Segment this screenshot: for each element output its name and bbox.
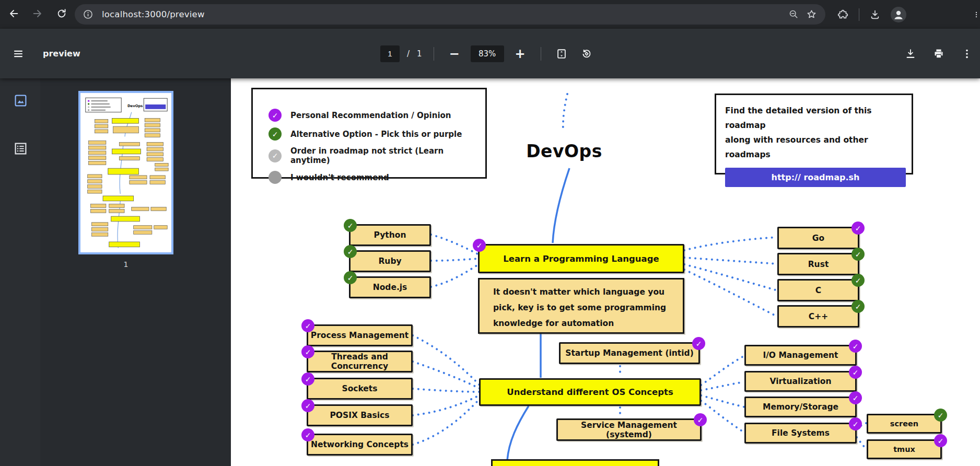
toolbar-divider	[541, 47, 541, 61]
roadmap-sh-link[interactable]: http:// roadmap.sh	[725, 168, 906, 187]
node-tmux[interactable]: tmux	[867, 439, 942, 459]
node-go[interactable]: Go	[777, 227, 859, 249]
check-badge	[851, 248, 865, 261]
forward-button[interactable]	[27, 4, 48, 25]
check-badge	[301, 345, 314, 358]
node-label: Process Management	[311, 331, 409, 340]
node-c[interactable]: C	[777, 279, 859, 301]
legend-item: Order in roadmap not strict (Learn anyti…	[269, 146, 485, 165]
roadmap-info-box: Find the detailed version of this roadma…	[715, 94, 913, 174]
node-label: Service Management (systemd)	[558, 421, 700, 439]
node-partial-bottom[interactable]	[491, 459, 659, 466]
node-learn-programming-language[interactable]: Learn a Programming Language	[478, 244, 684, 273]
node-label: Startup Management (intid)	[565, 348, 693, 358]
zoom-in-button[interactable]: +	[511, 45, 529, 63]
check-badge	[269, 127, 282, 141]
downloads-icon[interactable]	[867, 6, 883, 23]
node-memory-storage[interactable]: Memory/Storage	[744, 397, 857, 417]
node-ruby[interactable]: Ruby	[349, 250, 431, 272]
profile-avatar[interactable]	[891, 7, 906, 22]
bookmark-star-icon[interactable]	[802, 6, 820, 24]
zoom-out-button[interactable]: −	[446, 45, 463, 63]
check-badge	[849, 391, 862, 404]
check-badge	[849, 366, 862, 379]
back-icon	[8, 8, 19, 21]
node-label: Memory/Storage	[763, 402, 838, 412]
pdf-toolbar: preview / 1 − 83% +	[0, 29, 980, 78]
address-bar[interactable]: localhost:3000/preview	[75, 4, 825, 25]
document-outline-icon[interactable]	[11, 139, 29, 157]
reload-icon	[56, 8, 67, 21]
node-file-systems[interactable]: File Systems	[744, 423, 857, 444]
thumbnail-page-number: 1	[78, 260, 173, 269]
viewer-menu-icon[interactable]	[9, 45, 27, 63]
thumbnails-view-icon[interactable]	[11, 91, 29, 109]
node-label: tmux	[893, 445, 915, 453]
node-label: Python	[374, 230, 406, 240]
node-cpp[interactable]: C++	[777, 305, 859, 328]
url-text[interactable]: localhost:3000/preview	[102, 9, 785, 19]
document-title: preview	[43, 49, 80, 59]
zoom-out-page-icon[interactable]	[785, 6, 802, 24]
note-line: knowledge for automation	[493, 316, 683, 331]
check-badge	[692, 337, 705, 350]
note-line: pick, key is to get some programming	[493, 300, 683, 316]
check-badge	[851, 300, 865, 313]
node-rust[interactable]: Rust	[777, 253, 859, 275]
svg-text:DevOps: DevOps	[127, 104, 143, 108]
toolbar-divider	[434, 47, 434, 61]
node-label: screen	[890, 420, 918, 428]
pdf-page-area: Personal Recommendation / Opinion Altern…	[231, 78, 980, 466]
node-label: Go	[812, 234, 824, 243]
node-python[interactable]: Python	[349, 224, 431, 246]
sidebar-icon-strip	[0, 78, 40, 466]
legend-item: I wouldn't recommend	[269, 171, 485, 184]
extensions-icon[interactable]	[835, 6, 851, 23]
viewer-more-options-icon[interactable]	[958, 45, 976, 63]
page-count: 1	[417, 49, 422, 59]
check-badge	[851, 274, 865, 287]
check-badge	[344, 271, 357, 284]
rotate-icon[interactable]	[578, 45, 596, 63]
page-number-input[interactable]	[380, 45, 400, 62]
node-process-management[interactable]: Process Management	[307, 324, 413, 346]
legend-item: Personal Recommendation / Opinion	[269, 109, 485, 122]
node-label: Ruby	[378, 257, 401, 266]
toolbar-divider	[859, 8, 859, 21]
fit-to-page-icon[interactable]	[553, 45, 570, 63]
forward-icon	[32, 8, 43, 21]
node-label: POSIX Basics	[330, 411, 389, 420]
node-screen[interactable]: screen	[867, 414, 942, 434]
print-icon[interactable]	[930, 45, 948, 63]
node-label: I/O Management	[763, 351, 838, 360]
node-label: Sockets	[342, 384, 377, 393]
node-posix-basics[interactable]: POSIX Basics	[307, 404, 413, 426]
node-service-management[interactable]: Service Management (systemd)	[556, 418, 702, 441]
check-badge	[934, 409, 947, 422]
node-startup-management[interactable]: Startup Management (intid)	[559, 342, 700, 364]
reload-button[interactable]	[51, 4, 72, 25]
node-label: Node.js	[373, 283, 407, 292]
zoom-level[interactable]: 83%	[471, 45, 504, 62]
page-thumbnail[interactable]: DevOps	[78, 91, 173, 254]
node-threads-and-concurrency[interactable]: Threads and Concurrency	[307, 351, 413, 372]
node-networking-concepts[interactable]: Networking Concepts	[307, 434, 413, 456]
check-badge	[694, 413, 707, 426]
node-virtualization[interactable]: Virtualization	[744, 371, 857, 392]
node-label: Learn a Programming Language	[503, 254, 659, 264]
check-badge	[301, 372, 314, 386]
node-understand-os-concepts[interactable]: Understand different OS Concepts	[479, 378, 701, 406]
node-sockets[interactable]: Sockets	[307, 378, 413, 400]
node-label: Threads and Concurrency	[308, 352, 411, 371]
node-nodejs[interactable]: Node.js	[349, 276, 431, 298]
back-button[interactable]	[3, 4, 24, 25]
site-info-icon[interactable]	[79, 6, 97, 24]
legend-label: I wouldn't recommend	[290, 173, 389, 182]
check-badge	[269, 149, 282, 162]
download-pdf-icon[interactable]	[902, 45, 919, 63]
info-line: Find the detailed version of this roadma…	[725, 103, 903, 133]
browser-menu-icon[interactable]	[973, 7, 980, 22]
node-io-management[interactable]: I/O Management	[744, 345, 857, 366]
note-line: It doesn't matter which language you	[493, 284, 683, 300]
browser-window: localhost:3000/preview	[0, 0, 980, 466]
